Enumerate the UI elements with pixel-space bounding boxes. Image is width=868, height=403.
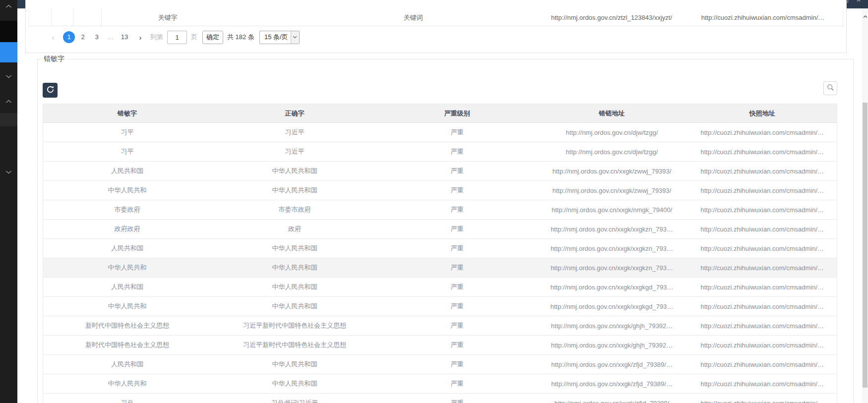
keyword-table-card: 关键字 关键词 http://nmj.ordos.gov.cn/ztzl_123… (25, 0, 847, 53)
table-cell: http://cuozi.zhihuiwuxian.com/cmsadmin/… (687, 123, 837, 142)
scroll-up-icon[interactable] (862, 11, 868, 20)
table-cell: http://cuozi.zhihuiwuxian.com/cmsadmin/… (687, 181, 837, 200)
column-header: 快照地址 (687, 104, 837, 123)
table-cell: http://cuozi.zhihuiwuxian.com/cmsadmin/… (687, 355, 837, 374)
table-row[interactable]: 人民共和国中华人民共和国严重http://nmj.ordos.gov.cn/xx… (43, 355, 837, 374)
error-word-table: 错敏字正确字严重级别错链地址快照地址 习平习近平严重http://nmj.ord… (43, 104, 837, 403)
table-row[interactable]: 人民共和国中华人民共和国严重http://nmj.ordos.gov.cn/xx… (43, 162, 837, 181)
table-cell: 习总书记|习近平 (211, 394, 378, 403)
table-row[interactable]: 关键字 关键词 http://nmj.ordos.gov.cn/ztzl_123… (29, 9, 843, 26)
table-row[interactable]: 习总习总书记|习近平严重http://nmj.ordos.gov.cn/xxgk… (43, 394, 837, 403)
table-cell: http://cuozi.zhihuiwuxian.com/cmsadmin/… (687, 239, 837, 258)
chevron-up-icon[interactable] (5, 4, 12, 8)
table-cell: http://nmj.ordos.gov.cn/xxgk/xxgkgd_793… (536, 297, 688, 316)
table-cell: http://cuozi.zhihuiwuxian.com/cmsadmin/… (687, 316, 837, 336)
scrollbar-thumb[interactable] (863, 103, 868, 388)
prev-page-icon[interactable]: ‹ (50, 33, 56, 42)
column-header: 正确字 (211, 104, 378, 123)
goto-page-input[interactable] (167, 31, 187, 44)
sidebar-item-mid[interactable] (0, 113, 17, 126)
table-cell: 中华人民共和国 (211, 181, 378, 200)
table-cell: http://cuozi.zhihuiwuxian.com/cmsadmin/… (687, 220, 837, 239)
table-cell: 严重 (378, 239, 536, 258)
search-button[interactable] (823, 81, 837, 95)
cell-divider (101, 9, 102, 26)
table-cell: 习近平 (211, 123, 378, 142)
collapsed-sidebar (0, 0, 17, 403)
table-row[interactable]: 政府政府政府严重http://nmj.ordos.gov.cn/xxgk/xxg… (43, 220, 837, 239)
table-cell: 严重 (378, 258, 536, 278)
pagination: ‹ 123…13 › 到第 页 确定 共 182 条 15 条/页 (50, 28, 300, 47)
table-row[interactable]: 习平习近平严重http://nmj.ordos.gov.cn/djw/tzgg/… (43, 142, 837, 162)
chevron-down-icon (291, 31, 299, 44)
sidebar-item-dark[interactable] (0, 21, 17, 42)
vertical-scrollbar[interactable] (862, 8, 868, 403)
chevron-up-icon[interactable] (5, 100, 12, 104)
table-cell: 严重 (378, 162, 536, 181)
table-cell: 中华人民共和 (43, 297, 211, 316)
page-size-select[interactable]: 15 条/页 (259, 31, 300, 44)
table-cell: http://cuozi.zhihuiwuxian.com/cmsadmin/… (687, 394, 837, 403)
table-cell: 中华人民共和 (43, 374, 211, 394)
next-page-icon[interactable]: › (137, 33, 143, 42)
confirm-button[interactable]: 确定 (202, 31, 223, 44)
table-cell: 习近平新时代中国特色社会主义思想 (211, 316, 378, 336)
table-cell: http://cuozi.zhihuiwuxian.com/cmsadmin/… (687, 162, 837, 181)
table-cell: http://nmj.ordos.gov.cn/xxgk/nmgk_79400/ (536, 200, 688, 220)
table-cell: 人民共和国 (43, 355, 211, 374)
table-row[interactable]: 中华人民共和中华人民共和国严重http://nmj.ordos.gov.cn/x… (43, 181, 837, 200)
table-cell: 严重 (378, 142, 536, 162)
table-cell: http://nmj.ordos.gov.cn/xxgk/zfjd_79389/ (536, 394, 688, 403)
table-row[interactable]: 新时代中国特色社会主义思想习近平新时代中国特色社会主义思想严重http://nm… (43, 336, 837, 355)
table-cell: http://nmj.ordos.gov.cn/xxgk/ghjh_79392… (536, 316, 688, 336)
table-cell: http://nmj.ordos.gov.cn/xxgk/zwwj_79393/ (536, 162, 688, 181)
table-row[interactable]: 习平习近平严重http://nmj.ordos.gov.cn/djw/tzgg/… (43, 123, 837, 142)
table-cell: 严重 (378, 200, 536, 220)
section-legend: 错敏字 (41, 55, 67, 63)
page-unit-label: 页 (191, 33, 197, 42)
page-number-list: 123…13 (63, 31, 132, 43)
table-cell: 中华人民共和国 (211, 239, 378, 258)
refresh-icon (47, 86, 54, 95)
table-row[interactable]: 市委政府市委市政府严重http://nmj.ordos.gov.cn/xxgk/… (43, 200, 837, 220)
table-cell: 中华人民共和国 (211, 297, 378, 316)
table-row[interactable]: 中华人民共和中华人民共和国严重http://nmj.ordos.gov.cn/x… (43, 297, 837, 316)
table-row[interactable]: 中华人民共和中华人民共和国严重http://nmj.ordos.gov.cn/x… (43, 374, 837, 394)
chevron-down-icon[interactable] (5, 74, 12, 78)
table-cell: http://nmj.ordos.gov.cn/ztzl_123843/xxjy… (551, 9, 672, 26)
table-cell: 严重 (378, 316, 536, 336)
table-cell: http://nmj.ordos.gov.cn/xxgk/zfjd_79389/… (536, 355, 688, 374)
table-row[interactable]: 新时代中国特色社会主义思想习近平新时代中国特色社会主义思想严重http://nm… (43, 316, 837, 336)
table-cell: 中华人民共和国 (211, 355, 378, 374)
error-word-section: 错敏字 错敏字正确字严重级别错链地址快照地址 习平习近平严 (37, 59, 854, 403)
table-cell: 政府政府 (43, 220, 211, 239)
table-cell: 中华人民共和国 (211, 374, 378, 394)
column-header: 严重级别 (378, 104, 536, 123)
table-cell: http://cuozi.zhihuiwuxian.com/cmsadmin/… (701, 9, 825, 26)
table-cell: 关键字 (158, 9, 178, 26)
table-header: 错敏字正确字严重级别错链地址快照地址 (43, 104, 837, 123)
sidebar-item-active[interactable] (0, 42, 17, 62)
app-window: 查看 ✕ 关键字 关键词 http://nmj.ordos.gov.cn/ztz… (0, 0, 868, 403)
table-cell: 严重 (378, 336, 536, 355)
table-cell: http://cuozi.zhihuiwuxian.com/cmsadmin/… (687, 278, 837, 297)
page-number[interactable]: 2 (77, 31, 89, 43)
column-header: 错敏字 (43, 104, 211, 123)
table-cell: 政府 (211, 220, 378, 239)
table-row[interactable]: 中华人民共和中华人民共和国严重http://nmj.ordos.gov.cn/x… (43, 258, 837, 278)
column-header: 错链地址 (536, 104, 688, 123)
table-cell: 市委市政府 (211, 200, 378, 220)
close-icon[interactable]: ✕ (856, 0, 861, 3)
chevron-down-icon[interactable] (5, 170, 12, 174)
table-cell: http://nmj.ordos.gov.cn/xxgk/xxgkgd_793… (536, 278, 688, 297)
page-number[interactable]: 3 (91, 31, 103, 43)
table-row[interactable]: 人民共和国中华人民共和国严重http://nmj.ordos.gov.cn/xx… (43, 239, 837, 258)
refresh-button[interactable] (43, 83, 58, 98)
table-cell: 人民共和国 (43, 239, 211, 258)
page-number[interactable]: 13 (119, 31, 130, 43)
table-cell: http://nmj.ordos.gov.cn/xxgk/zwwj_79393/ (536, 181, 688, 200)
table-cell: 人民共和国 (43, 162, 211, 181)
page-number[interactable]: 1 (63, 31, 75, 43)
table-cell: 习近平 (211, 142, 378, 162)
table-row[interactable]: 人民共和国中华人民共和国严重http://nmj.ordos.gov.cn/xx… (43, 278, 837, 297)
